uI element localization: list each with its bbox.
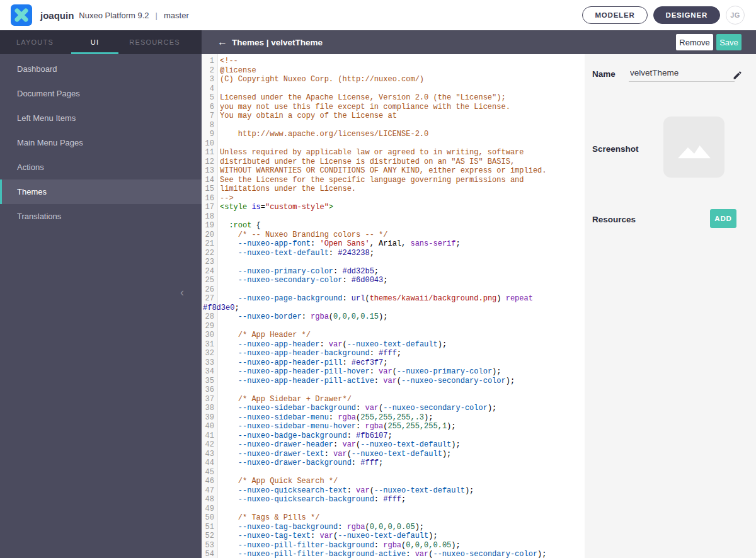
edit-name-pencil-icon[interactable] [732, 69, 743, 81]
tab-ui[interactable]: UI [65, 30, 125, 54]
code-text[interactable]: --nuxeo-primary-color: #dd32b5; [218, 267, 379, 276]
code-text[interactable]: --nuxeo-drawer-background: #fff; [218, 458, 383, 468]
code-line: 3(C) Copyright Nuxeo Corp. (http://nuxeo… [202, 75, 585, 84]
code-text[interactable]: /* -- Nuxeo Branding colors -- */ [218, 231, 387, 240]
code-text[interactable] [218, 258, 220, 267]
code-line: 54 --nuxeo-pill-filter-background-active… [202, 550, 585, 558]
code-text[interactable]: Unless required by applicable law or agr… [218, 148, 524, 157]
code-text[interactable]: --> [218, 194, 234, 203]
line-number: 51 [202, 523, 218, 532]
code-text[interactable]: limitations under the License. [218, 185, 356, 194]
code-text[interactable]: --nuxeo-quicksearch-text: var(--nuxeo-te… [218, 486, 474, 496]
code-text[interactable]: /* App Sidebar + Drawer*/ [218, 395, 352, 404]
code-text[interactable]: /* App Quick Search */ [218, 477, 338, 486]
sidebar-item-themes[interactable]: Themes [0, 179, 202, 204]
code-text[interactable]: --nuxeo-drawer-text: var(--nuxeo-text-de… [218, 450, 451, 459]
code-text[interactable]: --nuxeo-pill-filter-background-active: v… [218, 550, 547, 558]
code-text[interactable] [218, 322, 220, 331]
code-text[interactable] [218, 504, 220, 514]
line-number: 49 [202, 504, 218, 514]
code-line: 9 http://www.apache.org/licenses/LICENSE… [202, 130, 585, 139]
code-text[interactable]: http://www.apache.org/licenses/LICENSE-2… [218, 130, 428, 139]
sidebar-item-actions[interactable]: Actions [0, 155, 202, 179]
code-text[interactable]: --nuxeo-pill-filter-background: rgba(0,0… [218, 541, 461, 550]
code-text[interactable]: <style is="custom-style"> [218, 203, 333, 212]
code-text[interactable]: :root { [218, 221, 261, 231]
sidebar-item-document-pages[interactable]: Document Pages [0, 81, 202, 106]
code-text[interactable]: Licensed under the Apache License, Versi… [218, 93, 506, 103]
code-line: 32 --nuxeo-app-header-background: #fff; [202, 349, 585, 358]
line-number: 44 [202, 458, 218, 468]
line-number: 7 [202, 111, 218, 121]
code-text[interactable]: /* Tags & Pills */ [218, 513, 319, 523]
save-button[interactable]: Save [716, 34, 742, 50]
code-line: 4 [202, 84, 585, 94]
screenshot-placeholder[interactable] [663, 117, 724, 178]
code-text[interactable]: --nuxeo-drawer-header: var(--nuxeo-text-… [218, 440, 461, 450]
code-text[interactable]: --nuxeo-border: rgba(0,0,0,0.15); [218, 312, 387, 322]
code-text[interactable]: --nuxeo-secondary-color: #6d0043; [218, 276, 387, 285]
code-text[interactable] [218, 385, 220, 395]
code-text[interactable]: (C) Copyright Nuxeo Corp. (http://nuxeo.… [218, 75, 424, 84]
line-number: 41 [202, 431, 218, 441]
theme-code-editor[interactable]: 1<!--2@license3(C) Copyright Nuxeo Corp.… [202, 54, 585, 558]
code-text[interactable]: --nuxeo-app-header-pill-hover: var(--nux… [218, 367, 501, 377]
line-number: 26 [202, 285, 218, 295]
code-text[interactable]: --nuxeo-app-header-pill-active: var(--nu… [218, 377, 515, 386]
sidebar-item-translations[interactable]: Translations [0, 204, 202, 229]
code-text[interactable]: --nuxeo-sidebar-menu: rgba(255,255,255,.… [218, 413, 433, 423]
tab-layouts[interactable]: LAYOUTS [5, 30, 65, 54]
code-text[interactable]: You may obtain a copy of the License at [218, 111, 397, 121]
code-text[interactable] [218, 468, 220, 477]
line-number: 36 [202, 385, 218, 395]
code-text[interactable]: See the License for the specific languag… [218, 176, 524, 185]
code-text[interactable] [218, 121, 220, 130]
code-text[interactable]: you may not use this file except in comp… [218, 103, 510, 112]
image-placeholder-icon [672, 125, 717, 170]
code-text[interactable]: --nuxeo-app-header-pill: #ecf3f7; [218, 358, 387, 368]
line-number: 50 [202, 513, 218, 523]
code-line: 49 [202, 504, 585, 514]
theme-name-input[interactable] [629, 67, 735, 82]
code-line: 1<!-- [202, 57, 585, 66]
code-text[interactable]: --nuxeo-page-background: url(themes/kawa… [218, 294, 533, 304]
modeler-button[interactable]: MODELER [582, 6, 647, 24]
back-arrow-icon[interactable]: ← [217, 30, 227, 54]
code-text[interactable]: --nuxeo-tag-background: rgba(0,0,0,0.05)… [218, 523, 424, 532]
sidebar-item-dashboard[interactable]: Dashboard [0, 57, 202, 81]
line-number: 54 [202, 550, 218, 558]
line-number: 13 [202, 166, 218, 176]
code-text[interactable]: distributed under the License is distrib… [218, 157, 515, 167]
designer-button[interactable]: DESIGNER [653, 6, 720, 24]
line-number: 46 [202, 477, 218, 486]
code-text[interactable]: --nuxeo-sidebar-menu-hover: rgba(255,255… [218, 422, 456, 431]
code-text[interactable]: WITHOUT WARRANTIES OR CONDITIONS OF ANY … [218, 166, 546, 176]
add-resource-button[interactable]: ADD [710, 209, 736, 228]
sidebar-item-main-menu-pages[interactable]: Main Menu Pages [0, 130, 202, 155]
code-text[interactable]: --nuxeo-app-header: var(--nuxeo-text-def… [218, 340, 447, 350]
code-text[interactable]: --nuxeo-app-header-background: #fff; [218, 349, 401, 358]
code-text[interactable]: --nuxeo-badge-background: #fb6107; [218, 431, 392, 441]
code-text[interactable] [218, 285, 220, 295]
code-text[interactable]: --nuxeo-tag-text: var(--nuxeo-text-defau… [218, 532, 438, 541]
code-text-wrapped[interactable]: #f8d3e0; [202, 304, 239, 313]
tab-resources[interactable]: RESOURCES [125, 30, 185, 54]
line-number: 16 [202, 194, 218, 203]
code-text[interactable] [218, 84, 220, 94]
code-text[interactable]: @license [218, 66, 256, 76]
code-text[interactable]: --nuxeo-app-font: 'Open Sans', Arial, sa… [218, 239, 461, 249]
code-text[interactable]: --nuxeo-text-default: #243238; [218, 249, 374, 258]
collapse-sidebar-icon[interactable]: ‹ [180, 287, 184, 298]
code-text[interactable]: --nuxeo-sidebar-background: var(--nuxeo-… [218, 404, 496, 413]
user-avatar[interactable]: JG [726, 6, 745, 25]
code-text[interactable]: /* App Header */ [218, 331, 311, 340]
code-line: 10 [202, 139, 585, 149]
remove-button[interactable]: Remove [676, 34, 713, 50]
code-text[interactable]: --nuxeo-quicksearch-background: #fff; [218, 495, 406, 504]
nuxeo-logo-icon[interactable] [11, 4, 32, 26]
code-text[interactable]: <!-- [218, 57, 238, 66]
sidebar-item-left-menu-items[interactable]: Left Menu Items [0, 106, 202, 130]
code-text[interactable] [218, 139, 220, 149]
code-line: 48 --nuxeo-quicksearch-background: #fff; [202, 495, 585, 504]
code-text[interactable] [218, 212, 220, 222]
